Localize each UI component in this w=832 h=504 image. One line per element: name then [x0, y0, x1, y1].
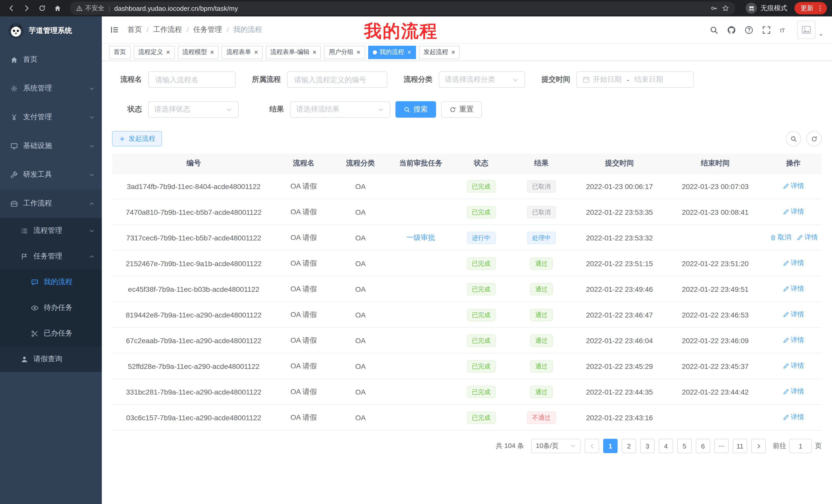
font-size-button[interactable]: tT: [780, 25, 788, 34]
tab-process-model[interactable]: 流程模型×: [178, 46, 218, 59]
detail-link[interactable]: 详情: [783, 284, 804, 293]
detail-link[interactable]: 详情: [783, 207, 804, 217]
reload-icon: [38, 5, 46, 12]
column-header: 当前审批任务: [389, 153, 452, 173]
password-key-icon[interactable]: [711, 5, 718, 12]
status-select[interactable]: 请选择状态: [148, 101, 239, 118]
cell-current-task: [389, 250, 452, 276]
sidebar-item-workflow[interactable]: 工作流程: [0, 189, 102, 218]
bookmark-star-icon[interactable]: [722, 5, 729, 12]
dev-tools-icon: [10, 171, 18, 178]
sidebar-item-dev-tools[interactable]: 研发工具: [0, 160, 102, 189]
prev-page-button[interactable]: [585, 439, 599, 453]
tab-close-icon[interactable]: ×: [210, 49, 214, 55]
next-page-button[interactable]: [751, 439, 766, 453]
github-link[interactable]: [727, 25, 736, 34]
font-size-icon: tT: [780, 25, 788, 34]
sidebar-item-system-mgmt[interactable]: 系统管理: [0, 74, 102, 103]
current-task-link[interactable]: 一级审批: [407, 233, 435, 242]
sidebar-fold-button[interactable]: [110, 25, 119, 34]
sidebar-item-payment-mgmt[interactable]: 支付管理: [0, 103, 102, 132]
page-button-1[interactable]: 1: [603, 439, 618, 453]
search-button[interactable]: 搜索: [395, 101, 436, 118]
page-button-2[interactable]: 2: [622, 439, 636, 453]
process-name-input[interactable]: [154, 75, 229, 84]
page-button-5[interactable]: 5: [677, 439, 692, 453]
browser-menu-icon[interactable]: [816, 5, 824, 12]
page-button-11[interactable]: 11: [733, 439, 747, 453]
cell-end-time: 2022-01-22 23:46:53: [666, 302, 765, 328]
page-button-6[interactable]: 6: [696, 439, 710, 453]
result-select[interactable]: 请选择流结果: [290, 101, 390, 118]
security-indicator[interactable]: 不安全: [76, 4, 104, 12]
end-date-placeholder: 结束日期: [634, 75, 663, 84]
cancel-link[interactable]: 取消: [770, 233, 791, 242]
detail-link[interactable]: 详情: [783, 336, 804, 345]
breadcrumb-item[interactable]: 首页: [128, 25, 142, 34]
cell-current-task: [389, 404, 452, 430]
cell-end-time: 2022-01-23 00:08:41: [666, 199, 765, 225]
sidebar-item-process-mgmt[interactable]: 流程管理: [0, 218, 102, 244]
detail-link[interactable]: 详情: [796, 233, 818, 242]
browser-back-button[interactable]: [5, 2, 18, 15]
help-button[interactable]: [745, 25, 753, 34]
pagination: 共 104 条 10条/页 12345611 前往 页: [112, 439, 822, 453]
browser-update-button[interactable]: 更新: [795, 2, 827, 15]
refresh-table-button[interactable]: [806, 131, 822, 146]
parent-process-input[interactable]: [293, 75, 381, 84]
sidebar-item-leave-query[interactable]: 请假查询: [0, 346, 102, 372]
cell-status: 已完成: [453, 302, 510, 328]
toggle-search-button[interactable]: [786, 131, 801, 146]
sidebar-item-home[interactable]: 首页: [0, 45, 102, 74]
page-button-3[interactable]: 3: [640, 439, 655, 453]
fullscreen-button[interactable]: [762, 25, 771, 34]
address-bar[interactable]: 不安全 | dashboard.yudao.iocoder.cn/bpm/tas…: [70, 2, 735, 15]
browser-forward-button[interactable]: [21, 2, 33, 15]
tab-my-process[interactable]: 我的流程×: [368, 46, 416, 59]
detail-link[interactable]: 详情: [783, 259, 804, 268]
tab-close-icon[interactable]: ×: [451, 49, 455, 55]
tab-process-form[interactable]: 流程表单×: [222, 46, 262, 59]
detail-link[interactable]: 详情: [783, 181, 804, 191]
tab-start-process[interactable]: 发起流程×: [419, 46, 460, 59]
reset-button[interactable]: 重置: [441, 101, 482, 118]
detail-link[interactable]: 详情: [783, 361, 804, 371]
tab-close-icon[interactable]: ×: [166, 49, 170, 55]
tab-close-icon[interactable]: ×: [407, 49, 411, 55]
tab-user-group[interactable]: 用户分组×: [324, 46, 365, 59]
forward-icon: [23, 5, 30, 12]
sidebar-item-done-tasks[interactable]: 已办任务: [0, 320, 102, 346]
tab-home[interactable]: 首页: [109, 46, 131, 59]
app-logo[interactable]: 芋道管理系统: [0, 17, 102, 45]
sidebar-item-task-mgmt[interactable]: 任务管理: [0, 244, 102, 269]
tab-process-definition[interactable]: 流程定义×: [134, 46, 175, 59]
submit-time-range-picker[interactable]: 开始日期 - 结束日期: [576, 72, 694, 88]
browser-reload-button[interactable]: [36, 2, 48, 15]
goto-page-input[interactable]: [789, 439, 812, 453]
page-button-4[interactable]: 4: [659, 439, 673, 453]
detail-link[interactable]: 详情: [783, 387, 804, 396]
tab-close-icon[interactable]: ×: [313, 49, 316, 55]
tab-process-form-edit[interactable]: 流程表单-编辑×: [266, 46, 321, 59]
user-avatar-menu[interactable]: [797, 21, 824, 39]
detail-link[interactable]: 详情: [783, 310, 804, 319]
category-select[interactable]: 请选择流程分类: [439, 72, 525, 88]
column-header: 结果: [510, 153, 573, 173]
sidebar-item-label: 研发工具: [23, 170, 52, 179]
tab-close-icon[interactable]: ×: [357, 49, 361, 55]
sidebar-item-infrastructure[interactable]: 基础设施: [0, 132, 102, 160]
sidebar-item-todo-tasks[interactable]: 待办任务: [0, 295, 102, 320]
start-process-button[interactable]: 发起流程: [112, 131, 162, 146]
column-header: 结束时间: [666, 153, 765, 173]
tab-close-icon[interactable]: ×: [254, 49, 258, 55]
page-size-select[interactable]: 10条/页: [531, 439, 580, 453]
header-search-button[interactable]: [710, 25, 718, 34]
breadcrumb-item[interactable]: 工作流程: [153, 25, 182, 34]
table-body: 3ad174fb-7b9d-11ec-8404-acde48001122OA 请…: [112, 173, 822, 430]
browser-home-button[interactable]: [51, 2, 64, 15]
breadcrumb-item[interactable]: 任务管理: [193, 25, 222, 34]
detail-link[interactable]: 详情: [783, 413, 804, 422]
url-text[interactable]: dashboard.yudao.iocoder.cn/bpm/task/my: [114, 4, 706, 12]
more-pages-button[interactable]: [714, 439, 729, 453]
sidebar-item-my-process[interactable]: 我的流程: [0, 269, 102, 295]
